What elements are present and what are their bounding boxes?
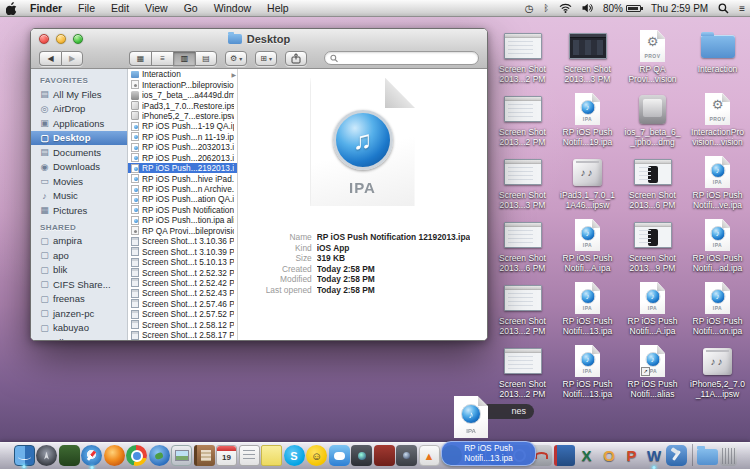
file-row[interactable]: RP iOS Push...2192013.ipa [128, 163, 237, 173]
sidebar-item-cifs-share[interactable]: ▢ CIFS Share... [31, 277, 127, 292]
dock-item-preview[interactable] [171, 445, 192, 466]
file-row[interactable]: RP iOS Push...n 11-19.ipa [128, 132, 237, 142]
desktop-icon[interactable]: ⚙ PROV RP QA Provi...vision [620, 26, 685, 89]
file-row[interactable]: RP iOS Push...2062013.ipa [128, 153, 237, 163]
desktop-icon[interactable]: ♪ IPA RP iOS Push Notifi...A.ipa [555, 215, 620, 278]
dock-item-red-app[interactable] [374, 445, 395, 466]
sidebar-item-airdrop[interactable]: ◎ AirDrop [31, 102, 127, 117]
sidebar-item-desktop[interactable]: ▢ Desktop [31, 131, 127, 146]
file-row[interactable]: Screen Shot...t 2.52.42 PM [128, 278, 237, 288]
dock-item-trash[interactable] [720, 445, 737, 466]
desktop-icon[interactable]: ♪ IPA RP iOS Push Notifi...alias [620, 341, 685, 404]
file-row[interactable]: Screen Shot...t 2.57.46 PM [128, 299, 237, 309]
file-row[interactable]: Screen Shot...t 3.10.39 PM [128, 246, 237, 256]
dock-item-skype[interactable]: S [284, 445, 305, 466]
desktop-icon[interactable]: Screen Shot 2013...3 PM [490, 152, 555, 215]
dock-divider[interactable] [692, 444, 693, 466]
dock-item-word[interactable]: W [644, 445, 665, 466]
spotlight-icon[interactable] [713, 0, 734, 16]
sidebar-item-apo[interactable]: ▢ apo [31, 248, 127, 263]
apple-menu[interactable] [0, 0, 22, 16]
sidebar-item-applications[interactable]: ▣ Applications [31, 116, 127, 131]
dock-item-launchpad[interactable] [36, 445, 57, 466]
dock-item-xcode[interactable] [666, 445, 687, 466]
desktop-icon[interactable]: ios_7_beta_6_ _ipho...dmg [620, 89, 685, 152]
desktop-icon[interactable]: Screen Shot 2013...9 PM [620, 215, 685, 278]
dock-item-contacts[interactable] [194, 445, 215, 466]
dock-item-chrome[interactable] [126, 445, 147, 466]
desktop-icon[interactable]: ♪♪ iPad3,1_7.0_1 1A46...ipsw [555, 152, 620, 215]
desktop-icon[interactable]: Screen Shot 2013...3 PM [555, 26, 620, 89]
desktop-icon[interactable]: Screen Shot 2013...2 PM [490, 26, 555, 89]
back-button[interactable]: ◀ [39, 51, 61, 66]
volume-icon[interactable] [577, 0, 598, 16]
file-row[interactable]: RP iOS Push Notification.ipa [128, 205, 237, 215]
menu-go[interactable]: Go [176, 0, 206, 16]
desktop-icon[interactable]: Screen Shot 2013...2 PM [490, 89, 555, 152]
file-row[interactable]: RP iOS Push...hive iPad.ipa [128, 173, 237, 183]
coverflow-view-button[interactable]: ▤ [195, 51, 217, 66]
desktop-icon[interactable]: ⚙ PROV InteractionPro vision...vision [685, 89, 750, 152]
dock-item-outlook[interactable]: O [599, 445, 620, 466]
file-row[interactable]: InteractionP...bileprovision [128, 79, 237, 89]
drag-ghost[interactable]: nes ♪ IPA RP iOS Push Notifi...13.ipa [452, 396, 592, 466]
desktop-icon[interactable]: ♪ IPA RP iOS Push Notifi...on.ipa [685, 278, 750, 341]
menu-view[interactable]: View [137, 0, 176, 16]
arrange-menu-button[interactable]: ⊞ ▾ [255, 51, 277, 66]
ipa-document-icon[interactable]: ♫ IPA [311, 78, 415, 206]
dock-item-finder[interactable] [14, 445, 35, 466]
sidebar-item-pictures[interactable]: ▦ Pictures [31, 203, 127, 218]
dock-item-calendar[interactable]: 19 [216, 445, 237, 466]
file-row[interactable]: RP iOS Push...1-19 QA.ipa [128, 121, 237, 131]
file-row[interactable]: RP iOS Push...n Archive.ipa [128, 184, 237, 194]
share-button[interactable] [285, 51, 307, 66]
icon-view-button[interactable]: ▦ [129, 51, 151, 66]
menu-finder[interactable]: Finder [22, 0, 70, 16]
title-bar[interactable]: Desktop [31, 29, 487, 48]
desktop-icon[interactable]: ♪ IPA RP iOS Push Notifi...13.ipa [555, 278, 620, 341]
list-view-button[interactable]: ≡ [151, 51, 173, 66]
dock-item-downloads-folder[interactable] [697, 449, 718, 465]
dock-item-adium[interactable] [59, 445, 80, 466]
desktop-icon[interactable]: Screen Shot 2013...6 PM [490, 215, 555, 278]
sidebar-item-freenas[interactable]: ▢ freenas [31, 292, 127, 307]
menu-clock[interactable]: Thu 2:59 PM [646, 0, 713, 16]
desktop-icon[interactable]: ♪ IPA RP iOS Push Notifi...A.ipa [620, 278, 685, 341]
dock-item-image-capture[interactable] [396, 445, 417, 466]
desktop-icon[interactable]: ♪ IPA RP iOS Push Notifi...ve.ipa [685, 152, 750, 215]
battery-status[interactable]: 80% [598, 0, 646, 16]
dock-item-yahoo-messenger[interactable]: ☺ [306, 445, 327, 466]
menu-help[interactable]: Help [259, 0, 297, 16]
notification-center-icon[interactable]: ≡ [734, 0, 750, 16]
file-row[interactable]: RP QA Provi...bileprovision [128, 226, 237, 236]
sidebar-item-kabuyao[interactable]: ▢ kabuyao [31, 321, 127, 336]
file-row[interactable]: iPad3,1_7.0...Restore.ipsw [128, 100, 237, 110]
file-row[interactable]: Interaction ▶ [128, 69, 237, 79]
file-row[interactable]: RP iOS Push...ation QA.ipa [128, 194, 237, 204]
dock-item-safari[interactable] [81, 445, 102, 466]
file-row[interactable]: RP iOS Push...2032013.ipa [128, 142, 237, 152]
sidebar-item-ampira[interactable]: ▢ ampira [31, 234, 127, 249]
menu-edit[interactable]: Edit [103, 0, 137, 16]
file-row[interactable]: Screen Shot...t 2.52.32 PM [128, 267, 237, 277]
dock-item-stickies[interactable] [261, 445, 282, 466]
menu-window[interactable]: Window [206, 0, 259, 16]
action-menu-button[interactable]: ⚙ ▾ [225, 51, 247, 66]
dock-item-firefox[interactable] [104, 445, 125, 466]
bluetooth-icon[interactable]: ᛒ [538, 0, 553, 16]
file-row[interactable]: Screen Shot...t 3.10.36 PM [128, 236, 237, 246]
file-row[interactable]: Screen Shot...t 5.10.13 PM [128, 257, 237, 267]
file-row[interactable]: Screen Shot...t 2.58.17 PM [128, 330, 237, 340]
dock-item-google-earth[interactable] [149, 445, 170, 466]
file-row[interactable]: Screen Shot...t 2.58.12 PM [128, 320, 237, 330]
forward-button[interactable]: ▶ [61, 51, 83, 66]
sidebar-item-downloads[interactable]: ◉ Downloads [31, 160, 127, 175]
search-input[interactable] [341, 53, 473, 63]
dock-item-vlc[interactable]: ▲ [419, 445, 440, 466]
dock-item-powerpoint[interactable]: P [621, 445, 642, 466]
sidebar-item-documents[interactable]: ▤ Documents [31, 145, 127, 160]
dock-item-reminders[interactable] [239, 445, 260, 466]
desktop-icon[interactable]: Screen Shot 2013...2 PM [490, 341, 555, 404]
search-field[interactable] [324, 51, 479, 65]
sidebar-item-all[interactable]: ≡ All... [31, 335, 127, 341]
